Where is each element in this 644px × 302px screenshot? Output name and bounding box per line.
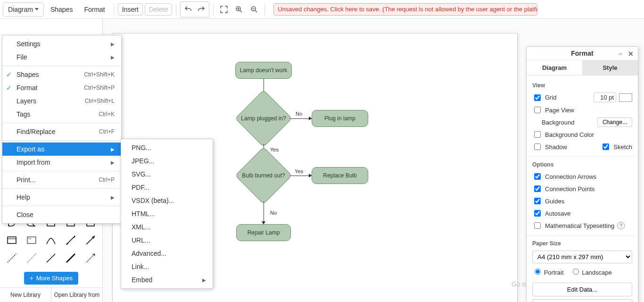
grid-size-input[interactable]: 10 pt (594, 92, 616, 102)
guides-checkbox[interactable]: Guides (532, 196, 564, 206)
zoom-out-button[interactable] (248, 3, 261, 16)
connection-arrows-checkbox[interactable]: Connection Arrows (532, 172, 596, 181)
math-checkbox[interactable]: Mathematical Typesetting (532, 221, 614, 230)
check-icon: ✓ (6, 71, 12, 78)
plus-icon: + (30, 275, 33, 282)
menu-file[interactable]: File▶ (2, 50, 121, 64)
shape-arrow-ne[interactable] (82, 232, 99, 248)
node-n5-label: Replace Bulb (323, 172, 356, 179)
chevron-right-icon: ▶ (111, 147, 115, 152)
undo-button[interactable] (182, 3, 195, 16)
menu-close[interactable]: Close (2, 208, 121, 221)
format-panel-title: Format (571, 50, 593, 57)
menu-find-replace[interactable]: Find/ReplaceCtrl+F (2, 125, 121, 138)
menu-format-toggle[interactable]: ✓FormatCtrl+Shift+P (2, 81, 121, 94)
help-icon[interactable]: ? (617, 222, 625, 229)
menu-export-as[interactable]: Export as▶ (2, 143, 121, 156)
background-change-button[interactable]: Change... (597, 117, 632, 127)
chevron-right-icon: ▶ (202, 277, 206, 283)
autosave-checkbox[interactable]: Autosave (532, 209, 570, 218)
shape-dotted-line[interactable] (23, 250, 41, 266)
unsaved-banner-text: Unsaved changes. Click here to save. (Th… (278, 6, 537, 13)
undo-icon (184, 5, 192, 14)
collapse-panel-button[interactable] (616, 50, 625, 58)
export-advanced[interactable]: Advanced... (121, 247, 213, 260)
node-n3-label: Plug in lamp (324, 115, 355, 122)
menu-shapes[interactable]: Shapes (46, 3, 77, 16)
tab-style[interactable]: Style (582, 60, 638, 75)
export-jpeg[interactable]: JPEG... (121, 154, 213, 168)
shape-arrow-thin[interactable] (82, 250, 99, 266)
more-shapes-button[interactable]: + More Shapes (24, 272, 78, 285)
background-label: Background (542, 119, 574, 126)
close-panel-button[interactable]: ✕ (627, 50, 635, 58)
menu-tags[interactable]: TagsCtrl+K (2, 108, 121, 121)
shape-line-thick[interactable] (62, 250, 80, 266)
background-color-checkbox[interactable]: Background Color (532, 130, 594, 139)
redo-button[interactable] (195, 3, 208, 16)
export-svg[interactable]: SVG... (121, 168, 213, 181)
open-library-button[interactable]: Open Library from (51, 288, 102, 302)
node-n6[interactable]: Repair Lamp (236, 224, 291, 241)
node-n2-label: Lamp plugged in? (241, 115, 286, 122)
unsaved-banner[interactable]: Unsaved changes. Click here to save. (Th… (273, 3, 537, 16)
sketch-checkbox[interactable]: Sketch (601, 142, 632, 151)
node-n1-label: Lamp doesn't work (240, 67, 287, 74)
new-library-button[interactable]: New Library (0, 288, 51, 302)
node-n2[interactable]: Lamp plugged in? (243, 98, 284, 139)
menu-settings[interactable]: Settings▶ (2, 37, 121, 50)
connection-points-checkbox[interactable]: Connection Points (532, 184, 595, 193)
fullscreen-icon (220, 5, 228, 14)
chevron-right-icon: ▶ (111, 55, 115, 60)
menu-import-from[interactable]: Import from▶ (2, 156, 121, 169)
menu-help[interactable]: Help▶ (2, 191, 121, 204)
clear-default-style-button[interactable]: Clear Default Style (532, 299, 632, 302)
delete-button[interactable]: Delete (145, 3, 172, 16)
export-url[interactable]: URL... (121, 234, 213, 247)
shape-curve[interactable] (42, 232, 60, 248)
export-link[interactable]: Link... (121, 260, 213, 273)
menu-diagram[interactable]: Diagram (3, 2, 44, 17)
export-vsdx[interactable]: VSDX (beta)... (121, 194, 213, 207)
chevron-down-icon (35, 8, 39, 10)
shadow-checkbox[interactable]: Shadow (532, 142, 567, 151)
chevron-right-icon: ▶ (111, 195, 115, 200)
menu-layers[interactable]: LayersCtrl+Shift+L (2, 94, 121, 108)
insert-button[interactable]: Insert (118, 3, 143, 16)
node-n4-label: Bulb burned out? (242, 172, 285, 179)
export-html[interactable]: HTML... (121, 207, 213, 220)
export-embed[interactable]: Embed▶ (121, 273, 213, 286)
page-view-checkbox[interactable]: Page View (532, 105, 574, 115)
grid-color-swatch[interactable] (619, 93, 632, 102)
menu-format[interactable]: Format (79, 3, 109, 16)
paper-size-select[interactable]: A4 (210 mm x 297 mm) (532, 251, 632, 263)
landscape-radio[interactable]: Landscape (570, 267, 612, 276)
shape-bidir-arrow[interactable] (62, 232, 80, 248)
shape-list[interactable]: List (23, 232, 41, 248)
menu-shapes-toggle[interactable]: ✓ShapesCtrl+Shift+K (2, 68, 121, 81)
node-n4[interactable]: Bulb burned out? (243, 155, 284, 196)
export-png[interactable]: PNG... (121, 141, 213, 154)
export-pdf[interactable]: PDF... (121, 181, 213, 194)
diagram-dropdown: Settings▶ File▶ ✓ShapesCtrl+Shift+K ✓For… (2, 35, 122, 224)
export-xml[interactable]: XML... (121, 220, 213, 234)
shape-window[interactable] (3, 232, 21, 248)
fit-button[interactable] (217, 3, 231, 16)
zoom-out-icon (250, 5, 258, 14)
section-options-title: Options (532, 161, 632, 168)
node-n5[interactable]: Replace Bulb (312, 167, 368, 184)
tab-diagram[interactable]: Diagram (527, 60, 582, 75)
chevron-right-icon: ▶ (111, 160, 115, 165)
edit-data-button[interactable]: Edit Data... (532, 283, 632, 296)
portrait-radio[interactable]: Portrait (532, 267, 564, 276)
menu-diagram-label: Diagram (8, 6, 33, 13)
shape-dashed-line[interactable] (3, 250, 21, 266)
zoom-in-button[interactable] (232, 3, 246, 16)
shape-line[interactable] (42, 250, 60, 266)
svg-rect-6 (8, 237, 16, 243)
grid-checkbox[interactable]: Grid (532, 93, 557, 102)
node-n1[interactable]: Lamp doesn't work (235, 62, 292, 79)
svg-text:List: List (28, 237, 32, 240)
node-n3[interactable]: Plug in lamp (312, 110, 368, 127)
menu-print[interactable]: Print...Ctrl+P (2, 173, 121, 186)
